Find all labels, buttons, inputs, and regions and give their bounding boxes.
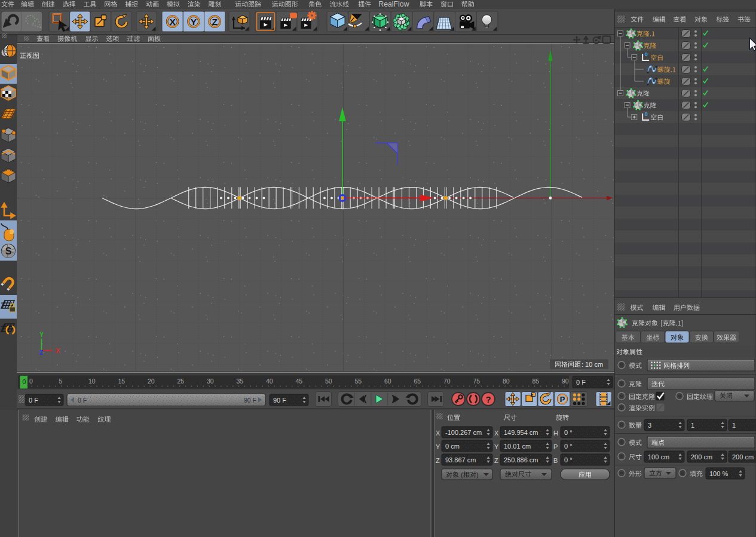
svg-text:90: 90 (562, 378, 569, 385)
svg-text:0: 0 (645, 51, 648, 57)
svg-text:0: 0 (23, 378, 26, 385)
svg-text:25: 25 (177, 378, 185, 385)
svg-text:(: ( (461, 471, 463, 478)
svg-text:X: X (56, 348, 60, 354)
svg-text:Z: Z (494, 457, 498, 464)
svg-text:0 °: 0 ° (564, 429, 573, 436)
svg-text:?: ? (485, 394, 491, 404)
svg-text:Z: Z (436, 457, 440, 464)
svg-text:0 °: 0 ° (564, 456, 573, 464)
svg-text:Z: Z (212, 17, 218, 27)
svg-text:200 cm: 200 cm (691, 453, 712, 461)
svg-text:70: 70 (443, 378, 451, 385)
svg-text:10.01 cm: 10.01 cm (504, 443, 531, 450)
svg-text:Y: Y (494, 443, 499, 450)
svg-text:): ) (476, 471, 479, 478)
svg-text:Y: Y (436, 443, 440, 450)
svg-text:0 F: 0 F (29, 397, 38, 404)
svg-text:P: P (560, 395, 565, 404)
svg-text:30: 30 (207, 378, 214, 385)
svg-text:-100.267 cm: -100.267 cm (445, 429, 482, 436)
svg-text:65: 65 (414, 378, 421, 385)
svg-text:100 cm: 100 cm (648, 453, 669, 461)
svg-text:X: X (494, 429, 499, 437)
svg-text:Y: Y (191, 17, 197, 27)
svg-text:15: 15 (118, 378, 126, 385)
svg-text:P: P (553, 443, 558, 450)
svg-text:35: 35 (237, 378, 244, 385)
svg-text:80: 80 (503, 378, 510, 385)
svg-text:60: 60 (384, 378, 391, 385)
svg-text:0: 0 (29, 378, 33, 385)
svg-text:100 %: 100 % (709, 470, 728, 477)
svg-text:90 F: 90 F (244, 397, 256, 404)
svg-text:1: 1 (691, 422, 694, 429)
svg-text:0 F: 0 F (78, 397, 87, 404)
svg-text:90 F: 90 F (273, 397, 286, 404)
svg-text:X: X (169, 17, 176, 27)
svg-text:Y: Y (39, 332, 44, 338)
svg-text:5: 5 (59, 378, 63, 385)
svg-text:55: 55 (355, 378, 362, 385)
svg-text:10: 10 (88, 378, 96, 385)
svg-text:Z: Z (39, 349, 43, 356)
svg-text:RealFlow: RealFlow (378, 0, 409, 8)
svg-text:S: S (5, 246, 12, 256)
svg-text:93.867 cm: 93.867 cm (445, 456, 476, 464)
svg-text:0: 0 (645, 111, 648, 117)
svg-text:B: B (553, 457, 558, 464)
svg-text:85: 85 (532, 378, 540, 385)
svg-text:20: 20 (148, 378, 155, 385)
svg-text:50: 50 (325, 378, 332, 385)
svg-text:200 cm: 200 cm (732, 453, 754, 461)
svg-text:X: X (436, 429, 440, 437)
svg-text:3: 3 (648, 422, 651, 429)
svg-text:45: 45 (296, 378, 303, 385)
svg-text:: 10 cm: : 10 cm (581, 361, 603, 368)
svg-text:149.954 cm: 149.954 cm (504, 429, 538, 436)
svg-text:1: 1 (732, 422, 736, 429)
svg-text:0 °: 0 ° (564, 443, 573, 450)
svg-text:0 cm: 0 cm (445, 443, 460, 450)
svg-text:40: 40 (266, 378, 273, 385)
svg-text:H: H (553, 429, 558, 437)
svg-text:0 F: 0 F (576, 379, 586, 386)
svg-text:75: 75 (473, 378, 480, 385)
svg-text:250.886 cm: 250.886 cm (504, 456, 538, 464)
